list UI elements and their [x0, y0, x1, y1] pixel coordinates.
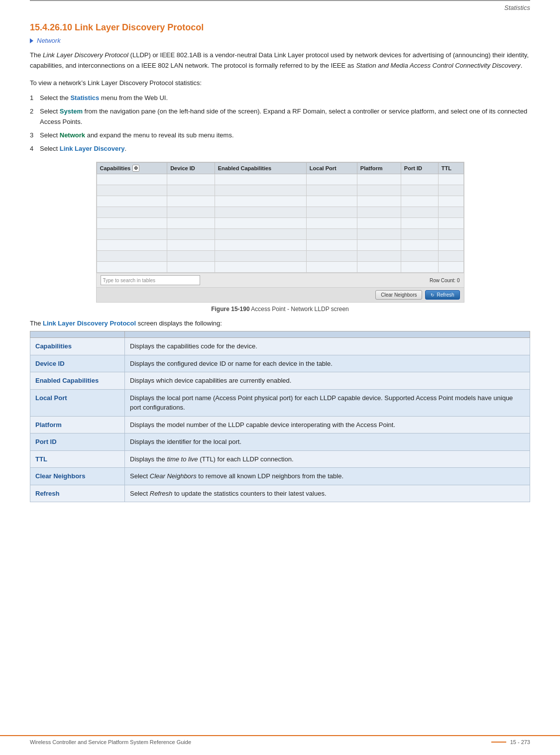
col-ttl: TTL — [438, 163, 463, 174]
table-row — [97, 251, 463, 262]
col-cap-label: Capabilities — [100, 165, 131, 171]
ref-field-refresh: Refresh — [30, 485, 125, 502]
page-footer: Wireless Controller and Service Platform… — [0, 735, 560, 745]
ref-desc-capabilities: Displays the capabilities code for the d… — [125, 338, 530, 355]
ref-desc-local-port: Displays the local port name (Access Poi… — [125, 389, 530, 416]
ref-desc-device-id: Displays the configured device ID or nam… — [125, 355, 530, 372]
refresh-label: Refresh — [437, 292, 454, 298]
col-device-id: Device ID — [167, 163, 215, 174]
step4-post: . — [125, 145, 127, 152]
ref-field-capabilities: Capabilities — [30, 338, 125, 355]
table-row — [97, 218, 463, 229]
section-title-text: Link Layer Discovery Protocol — [72, 22, 204, 32]
screenshot-actions: Clear Neighbors ↻ Refresh — [97, 287, 464, 302]
screenshot-table-wrapper: Capabilities ⚙ Device ID Enabled Capabil… — [97, 162, 464, 273]
ref-field-enabled-cap: Enabled Capabilities — [30, 372, 125, 390]
intro-pre: The — [30, 51, 43, 59]
header-bar: Statistics — [30, 0, 530, 13]
ref-intro: The Link Layer Discovery Protocol screen… — [30, 320, 530, 327]
ref-table-head — [30, 331, 530, 338]
row-count-label: Row Count: — [430, 278, 455, 283]
step3-post: and expand the menu to reveal its sub me… — [85, 131, 233, 139]
search-input[interactable]: Type to search in tables — [101, 275, 200, 285]
ref-row-port-id: Port ID Displays the identifier for the … — [30, 433, 530, 451]
network-link[interactable]: Network — [30, 37, 530, 44]
step-num-1: 1 — [30, 93, 33, 104]
ref-intro-pre: The — [30, 320, 43, 327]
step-1: 1 Select the Statistics menu from the We… — [30, 93, 530, 104]
step4-highlight: Link Layer Discovery — [60, 145, 125, 152]
ref-row-refresh: Refresh Select Refresh to update the sta… — [30, 485, 530, 502]
section-number: 15.4.26.10 — [30, 22, 72, 32]
steps-list: 1 Select the Statistics menu from the We… — [30, 93, 530, 154]
ref-row-local-port: Local Port Displays the local port name … — [30, 389, 530, 416]
figure-caption: Figure 15-190 Access Point - Network LLD… — [30, 306, 530, 313]
figure-caption-text: Access Point - Network LLDP screen — [251, 306, 349, 313]
footer-right-text: 15 - 273 — [510, 739, 530, 745]
ref-desc-platform: Displays the model number of the LLDP ca… — [125, 416, 530, 433]
col-port-id: Port ID — [401, 163, 438, 174]
row-count: Row Count: 0 — [430, 278, 460, 283]
ref-field-local-port: Local Port — [30, 389, 125, 416]
ref-row-platform: Platform Displays the model number of th… — [30, 416, 530, 433]
step-num-2: 2 — [30, 107, 33, 117]
ref-col2-header — [125, 331, 530, 338]
footer-divider-icon — [491, 742, 506, 743]
step1-post: menu from the Web UI. — [99, 94, 168, 102]
ref-row-device-id: Device ID Displays the configured device… — [30, 355, 530, 372]
step-4: 4 Select Link Layer Discovery. — [30, 144, 530, 154]
ref-field-ttl: TTL — [30, 450, 125, 468]
step1-highlight: Statistics — [70, 94, 99, 102]
view-para: To view a network’s Link Layer Discovery… — [30, 78, 530, 89]
figure-label: Figure 15-190 — [211, 306, 249, 313]
header-title: Statistics — [504, 4, 530, 11]
step-3: 3 Select Network and expand the menu to … — [30, 130, 530, 141]
lldp-table: Capabilities ⚙ Device ID Enabled Capabil… — [97, 162, 464, 273]
ref-row-capabilities: Capabilities Displays the capabilities c… — [30, 338, 530, 355]
intro-italic1: Link Layer Discovery Protocol — [43, 51, 128, 59]
ref-desc-ttl: Displays the time to live (TTL) for each… — [125, 450, 530, 468]
ref-intro-highlight: Link Layer Discovery Protocol — [43, 320, 136, 327]
col-platform: Platform — [357, 163, 401, 174]
network-link-label: Network — [37, 37, 61, 44]
lldp-table-head: Capabilities ⚙ Device ID Enabled Capabil… — [97, 163, 463, 174]
ref-row-ttl: TTL Displays the time to live (TTL) for … — [30, 450, 530, 468]
ref-field-port-id: Port ID — [30, 433, 125, 451]
ref-desc-refresh: Select Refresh to update the statistics … — [125, 485, 530, 502]
lldp-header-row: Capabilities ⚙ Device ID Enabled Capabil… — [97, 163, 463, 174]
intro-paragraph: The Link Layer Discovery Protocol (LLDP)… — [30, 50, 530, 71]
step-2: 2 Select System from the navigation pane… — [30, 107, 530, 127]
footer-right: 15 - 273 — [491, 736, 530, 745]
refresh-button[interactable]: ↻ Refresh — [425, 290, 459, 300]
screenshot-container: Capabilities ⚙ Device ID Enabled Capabil… — [96, 162, 464, 303]
ref-header-row — [30, 331, 530, 338]
ref-desc-port-id: Displays the identifier for the local po… — [125, 433, 530, 451]
step2-pre: Select — [40, 108, 60, 115]
page-container: Statistics 15.4.26.10 Link Layer Discove… — [0, 0, 560, 755]
step1-pre: Select the — [40, 94, 70, 102]
ref-table: Capabilities Displays the capabilities c… — [30, 331, 530, 502]
intro-end: . — [521, 62, 523, 69]
ref-row-clear-neighbors: Clear Neighbors Select Clear Neighbors t… — [30, 468, 530, 485]
table-row — [97, 185, 463, 196]
step-num-4: 4 — [30, 144, 33, 154]
ref-table-body: Capabilities Displays the capabilities c… — [30, 338, 530, 502]
ref-field-device-id: Device ID — [30, 355, 125, 372]
ref-desc-enabled-cap: Displays which device capabilities are c… — [125, 372, 530, 390]
ref-col1-header — [30, 331, 125, 338]
ref-field-clear-neighbors: Clear Neighbors — [30, 468, 125, 485]
row-count-value: 0 — [457, 278, 460, 283]
step4-pre: Select — [40, 145, 60, 152]
col-capabilities: Capabilities ⚙ — [97, 163, 167, 174]
ref-intro-post: screen displays the following: — [136, 320, 222, 327]
table-row — [97, 174, 463, 185]
step3-highlight: Network — [60, 131, 85, 139]
ref-desc-clear-neighbors: Select Clear Neighbors to remove all kno… — [125, 468, 530, 485]
screenshot-footer: Type to search in tables Row Count: 0 — [97, 273, 464, 287]
col-local-port: Local Port — [306, 163, 357, 174]
step3-pre: Select — [40, 131, 60, 139]
cap-icon: ⚙ — [132, 165, 139, 172]
step-num-3: 3 — [30, 130, 33, 141]
clear-neighbors-button[interactable]: Clear Neighbors — [375, 290, 422, 300]
ref-field-platform: Platform — [30, 416, 125, 433]
